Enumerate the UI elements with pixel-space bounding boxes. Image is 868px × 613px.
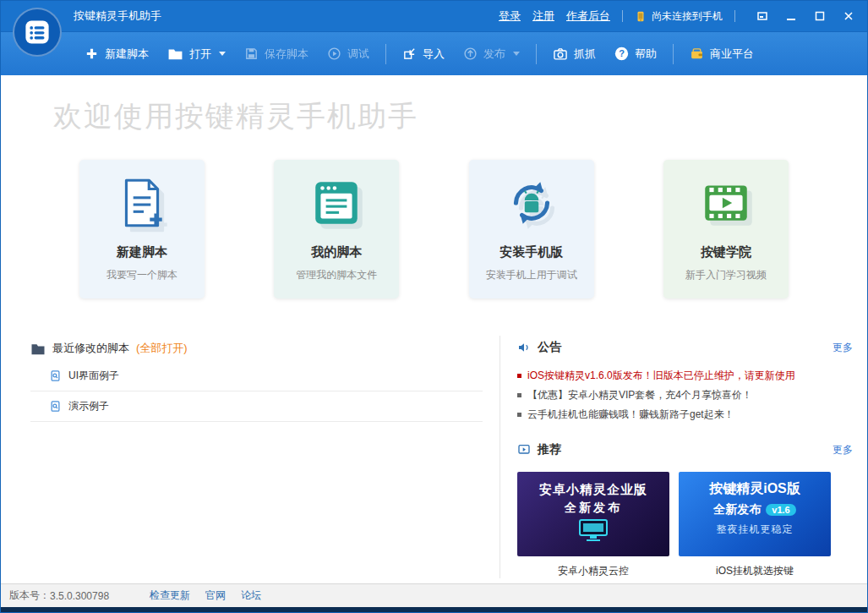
new-script-label: 新建脚本 <box>105 47 149 62</box>
toolbar-separator <box>673 44 674 64</box>
register-link[interactable]: 注册 <box>532 8 554 24</box>
announcement-item[interactable]: 【优惠】安卓小精灵VIP套餐，充4个月享惊喜价！ <box>517 386 854 405</box>
publish-icon <box>463 47 478 61</box>
card-academy[interactable]: 按键学院 新手入门学习视频 <box>663 160 789 298</box>
open-label: 打开 <box>189 47 211 62</box>
card-title: 我的脚本 <box>274 244 399 260</box>
recent-scripts-header: 最近修改的脚本 (全部打开) <box>30 336 483 361</box>
window-bottom-edge <box>1 607 867 612</box>
card-subtitle: 安装手机上用于调试 <box>469 268 594 282</box>
help-button[interactable]: ? 帮助 <box>605 40 666 68</box>
announcements-more-link[interactable]: 更多 <box>833 341 854 355</box>
promo-line: 安卓小精灵企业版 <box>517 482 669 498</box>
hamburger-menu-icon <box>23 18 52 47</box>
close-button[interactable] <box>837 6 860 26</box>
chevron-down-icon <box>219 52 226 56</box>
recommend-more-link[interactable]: 更多 <box>833 443 854 457</box>
recent-script-item[interactable]: UI界面例子 <box>30 361 483 391</box>
card-my-scripts[interactable]: 我的脚本 管理我的脚本文件 <box>274 160 399 298</box>
plus-icon <box>85 47 99 61</box>
card-new-script[interactable]: 新建脚本 我要写一个脚本 <box>79 160 205 298</box>
save-icon <box>244 47 259 61</box>
promo-caption[interactable]: iOS挂机就选按键 <box>679 564 831 578</box>
business-platform-label: 商业平台 <box>710 47 754 62</box>
capture-button[interactable]: 抓抓 <box>543 40 605 68</box>
recent-script-name: 演示例子 <box>68 399 109 413</box>
recent-script-name: UI界面例子 <box>68 369 119 383</box>
camera-icon <box>553 47 568 61</box>
help-icon: ? <box>614 47 629 61</box>
video-academy-icon <box>698 175 754 231</box>
recent-script-item[interactable]: 演示例子 <box>30 391 483 422</box>
phone-icon <box>635 10 647 23</box>
promo-android-enterprise[interactable]: 安卓小精灵企业版 全新发布 <box>517 472 669 556</box>
bullet-icon <box>517 413 521 417</box>
announcements-title: 公告 <box>538 340 561 355</box>
tray-button[interactable] <box>751 6 774 26</box>
app-window: 按键精灵手机助手 登录 注册 作者后台 尚未连接到手机 <box>0 0 868 613</box>
maximize-button[interactable] <box>808 6 832 26</box>
titlebar-separator <box>734 10 735 22</box>
open-button[interactable]: 打开 <box>158 40 235 68</box>
promo-ios-version[interactable]: 按键精灵iOS版 全新发布 v1.6 整夜挂机更稳定 <box>679 472 831 556</box>
save-script-button[interactable]: 保存脚本 <box>235 40 318 68</box>
import-icon <box>402 47 417 61</box>
recent-scripts-panel: 最近修改的脚本 (全部打开) UI界面例子 <box>1 336 500 578</box>
publish-label: 发布 <box>483 47 505 62</box>
titlebar: 按键精灵手机助手 登录 注册 作者后台 尚未连接到手机 <box>1 1 867 31</box>
check-update-link[interactable]: 检查更新 <box>150 588 190 603</box>
titlebar-right: 登录 注册 作者后台 尚未连接到手机 <box>499 6 860 26</box>
recent-scripts-list: UI界面例子 演示例子 <box>30 361 483 422</box>
new-script-button[interactable]: 新建脚本 <box>75 40 158 68</box>
save-script-label: 保存脚本 <box>265 47 308 62</box>
recent-scripts-title: 最近修改的脚本 <box>52 341 129 356</box>
recommend-header: 推荐 更多 <box>517 438 854 462</box>
lower-section: 最近修改的脚本 (全部打开) UI界面例子 <box>1 336 867 578</box>
business-platform-button[interactable]: 商业平台 <box>680 40 763 68</box>
promo-line: 整夜挂机更稳定 <box>679 523 831 537</box>
promo-line: 全新发布 <box>517 501 669 516</box>
announcement-text: iOS按键精灵v1.6.0版发布！旧版本已停止维护，请更新使用 <box>527 366 795 386</box>
announcement-item[interactable]: 云手机挂机也能赚钱哦！赚钱新路子get起来！ <box>517 405 854 424</box>
connection-status: 尚未连接到手机 <box>635 9 723 24</box>
speaker-icon <box>517 341 531 354</box>
close-icon <box>843 11 854 21</box>
import-button[interactable]: 导入 <box>393 40 454 68</box>
official-site-link[interactable]: 官网 <box>205 588 226 603</box>
import-label: 导入 <box>423 47 445 62</box>
folder-icon <box>30 342 46 355</box>
minimize-button[interactable] <box>779 6 803 26</box>
app-title: 按键精灵手机助手 <box>74 8 161 24</box>
toolbar-separator <box>536 44 537 64</box>
debug-button[interactable]: 调试 <box>318 40 379 68</box>
folder-icon <box>167 47 183 61</box>
announcements-header: 公告 更多 <box>517 336 854 359</box>
login-link[interactable]: 登录 <box>499 8 521 24</box>
titlebar-separator <box>622 10 623 22</box>
my-scripts-icon <box>308 175 364 231</box>
announcement-item[interactable]: iOS按键精灵v1.6.0版发布！旧版本已停止维护，请更新使用 <box>517 366 854 386</box>
main-menu-button[interactable] <box>13 8 62 57</box>
minimize-icon <box>786 11 796 21</box>
statusbar-links: 检查更新 官网 论坛 <box>150 588 261 603</box>
announcement-text: 云手机挂机也能赚钱哦！赚钱新路子get起来！ <box>527 405 734 424</box>
publish-button[interactable]: 发布 <box>454 40 529 68</box>
window-icon <box>757 11 767 21</box>
connection-status-text: 尚未连接到手机 <box>652 9 723 24</box>
shortcut-cards: 新建脚本 我要写一个脚本 我的脚本 管理我的脚本文件 <box>1 160 867 298</box>
bullet-icon <box>517 374 521 378</box>
author-backend-link[interactable]: 作者后台 <box>566 8 610 24</box>
toolbar-separator <box>385 44 386 64</box>
play-icon <box>327 47 341 61</box>
promo-column: 安卓小精灵企业版 全新发布 安卓小精灵云控 <box>517 472 669 578</box>
card-install-mobile[interactable]: 安装手机版 安装手机上用于调试 <box>469 160 594 298</box>
svg-text:?: ? <box>619 48 625 58</box>
open-all-link[interactable]: (全部打开) <box>136 341 188 356</box>
forum-link[interactable]: 论坛 <box>241 588 261 603</box>
promo-caption[interactable]: 安卓小精灵云控 <box>517 564 669 578</box>
info-panel: 公告 更多 iOS按键精灵v1.6.0版发布！旧版本已停止维护，请更新使用 【优… <box>500 336 854 578</box>
window-controls <box>751 6 860 26</box>
capture-label: 抓抓 <box>574 47 596 62</box>
main-content: 欢迎使用按键精灵手机助手 新建脚本 我要写一个脚本 <box>1 75 867 583</box>
maximize-icon <box>815 11 825 21</box>
